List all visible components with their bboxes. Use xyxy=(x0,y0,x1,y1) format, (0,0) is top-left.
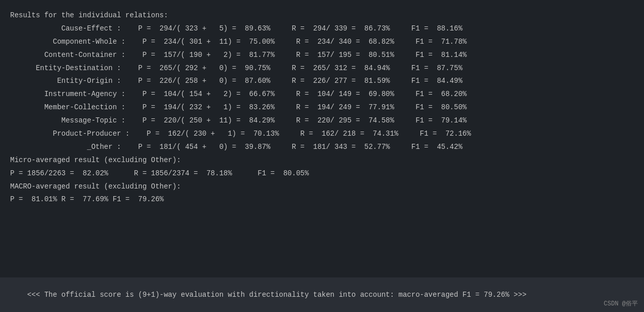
terminal-line-product-producer: Product-Producer : P = 162/( 230 + 1) = … xyxy=(10,128,634,141)
terminal-line-member-collection: Member-Collection : P = 194/( 232 + 1) =… xyxy=(10,101,634,114)
watermark: CSDN @俗平 xyxy=(604,299,638,308)
terminal-line-micro-values: P = 1856/2263 = 82.02% R = 1856/2374 = 7… xyxy=(10,167,634,180)
terminal-line-header: Results for the individual relations: xyxy=(10,9,634,22)
terminal-line-message-topic: Message-Topic : P = 220/( 250 + 11) = 84… xyxy=(10,114,634,128)
terminal-line-entity-destination: Entity-Destination : P = 265/( 292 + 0) … xyxy=(10,62,634,75)
terminal-line-macro-values: P = 81.01% R = 77.69% F1 = 79.26% xyxy=(10,193,634,206)
terminal-line-content-container: Content-Container : P = 157/( 190 + 2) =… xyxy=(10,49,634,62)
terminal-line-macro-header: MACRO-averaged result (excluding Other): xyxy=(10,180,634,194)
terminal-line-component-whole: Component-Whole : P = 234/( 301 + 11) = … xyxy=(10,36,634,49)
terminal-line-instrument-agency: Instrument-Agency : P = 104/( 154 + 2) =… xyxy=(10,88,634,101)
terminal-line-entity-origin: Entity-Origin : P = 226/( 258 + 0) = 87.… xyxy=(10,75,634,88)
terminal-line-other: _Other : P = 181/( 454 + 0) = 39.87% R =… xyxy=(10,141,634,154)
terminal-line-cause-effect: Cause-Effect : P = 294/( 323 + 5) = 89.6… xyxy=(10,22,634,36)
official-score-bar: <<< The official score is (9+1)-way eval… xyxy=(0,277,644,312)
official-score-text: <<< The official score is (9+1)-way eval… xyxy=(27,291,527,299)
terminal-line-micro-header: Micro-averaged result (excluding Other): xyxy=(10,154,634,167)
terminal-window: Results for the individual relations: Ca… xyxy=(0,0,644,312)
